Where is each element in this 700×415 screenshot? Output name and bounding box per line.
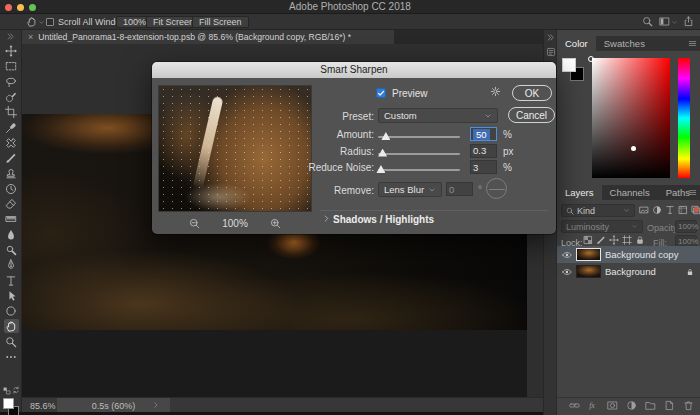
scroll-all-windows-checkbox[interactable] [46,18,54,26]
panel-menu-icon[interactable] [688,39,697,48]
tab-channels[interactable]: Channels [602,185,658,200]
remove-dropdown[interactable]: Lens Blur [378,182,442,197]
document-image-dark-area[interactable] [22,330,527,397]
tab-color[interactable]: Color [557,36,596,51]
visibility-eye-icon[interactable] [562,267,572,277]
amount-field[interactable]: 50 [470,127,497,141]
layer-row-background-copy[interactable]: Background copy [557,246,700,263]
shadows-highlights-label[interactable]: Shadows / Highlights [333,214,434,225]
fx-icon[interactable]: fx [588,400,599,411]
tab-layers[interactable]: Layers [557,185,602,200]
crop-tool[interactable] [4,105,19,119]
adjustment-icon[interactable] [626,400,637,411]
lock-icon[interactable] [635,235,645,245]
chevron-down-icon[interactable] [38,19,45,26]
panel-menu-icon[interactable] [688,188,697,197]
default-colors-icon[interactable] [3,387,11,395]
document-tab[interactable]: × Untitled_Panorama1-8-extension-top.psb… [22,30,394,44]
trash-icon[interactable] [683,400,694,411]
layer-name[interactable]: Background [605,266,682,277]
share-icon[interactable] [683,16,694,27]
chevron-right-icon[interactable] [152,401,160,409]
cancel-button[interactable]: Cancel [508,107,555,123]
move-tool[interactable] [4,44,19,58]
visibility-eye-icon[interactable] [562,250,572,260]
preview-checkbox[interactable] [376,88,386,98]
collapsed-panel-icon[interactable] [546,47,556,57]
reduce-noise-slider[interactable] [378,165,460,175]
brush-icon[interactable] [596,235,606,245]
tab-swatches[interactable]: Swatches [596,36,653,51]
chevron-right-icon[interactable] [322,214,331,223]
foreground-color-swatch[interactable] [562,58,576,72]
blur-tool[interactable] [4,228,19,242]
ok-button[interactable]: OK [512,85,552,101]
layer-thumbnail[interactable] [576,265,601,278]
adjustment-icon[interactable] [652,205,662,215]
chevron-down-icon[interactable] [671,19,678,26]
radius-slider[interactable] [378,149,460,159]
image-icon[interactable] [639,205,649,215]
status-timing-field[interactable]: 0.5s (60%) [57,398,170,413]
amount-slider[interactable] [378,132,460,142]
mask-icon[interactable] [607,400,618,411]
expand-panels-icon[interactable] [546,33,555,42]
move-icon[interactable] [609,235,619,245]
reduce-noise-label: Reduce Noise: [256,162,374,173]
zoom-out-icon[interactable] [189,218,200,229]
zoom-level[interactable]: 85.6% [30,401,56,411]
close-tab-icon[interactable]: × [28,32,33,42]
eraser-tool[interactable] [4,197,19,211]
path-select-tool[interactable] [4,289,19,303]
hand-tool[interactable] [4,319,19,333]
type-icon[interactable] [665,205,675,215]
angle-field[interactable]: 0 [446,182,473,196]
clone-stamp-tool[interactable] [4,166,19,180]
blend-mode-dropdown[interactable]: Luminosity [561,220,643,233]
layer-row-background[interactable]: Background [557,263,700,280]
color-picker-marker[interactable] [588,56,594,62]
opacity-dropdown[interactable]: 100% [675,220,697,233]
checker-icon[interactable] [583,235,593,245]
layer-thumbnail[interactable] [576,248,601,261]
edit-toolbar-tool[interactable] [4,350,19,364]
filter-toggle-icon[interactable] [694,207,699,212]
gear-icon[interactable] [490,86,501,97]
collapse-toolbar-icon[interactable] [6,32,15,41]
zoom-tool[interactable] [4,335,19,349]
dialog-title[interactable]: Smart Sharpen [152,62,556,78]
workspace-icon[interactable] [659,16,670,27]
zoom-in-icon[interactable] [270,218,281,229]
hue-slider[interactable] [678,58,690,178]
preview-zoom-level[interactable]: 100% [222,218,248,229]
marquee-tool[interactable] [4,59,19,73]
frame-icon[interactable] [678,205,688,215]
preset-dropdown[interactable]: Custom [378,108,498,123]
foreground-color-swatch[interactable] [3,398,14,409]
lasso-tool[interactable] [4,75,19,89]
dodge-tool[interactable] [4,243,19,257]
saturation-brightness-picker[interactable] [592,58,670,178]
layer-name[interactable]: Background copy [605,249,700,260]
pen-tool[interactable] [4,258,19,272]
folder-icon[interactable] [645,400,656,411]
radius-field[interactable]: 0.3 [470,144,497,158]
swap-colors-icon[interactable] [12,386,20,394]
healing-brush-tool[interactable] [4,136,19,150]
artboard-icon[interactable] [622,235,632,245]
type-tool[interactable] [4,274,19,288]
reduce-noise-field[interactable]: 3 [470,160,497,174]
eyedropper-tool[interactable] [4,121,19,135]
shape-tool[interactable] [4,304,19,318]
search-icon[interactable] [642,16,653,27]
gradient-tool[interactable] [4,212,19,226]
layer-filter-kind-dropdown[interactable]: Kind [561,204,635,217]
new-layer-icon[interactable] [664,400,675,411]
brush-tool[interactable] [4,151,19,165]
link-icon[interactable] [569,400,580,411]
hue-marker[interactable] [631,146,636,151]
quick-select-tool[interactable] [4,90,19,104]
angle-dial[interactable] [486,178,507,199]
history-brush-tool[interactable] [4,182,19,196]
fill-screen-button[interactable]: Fill Screen [192,16,249,28]
